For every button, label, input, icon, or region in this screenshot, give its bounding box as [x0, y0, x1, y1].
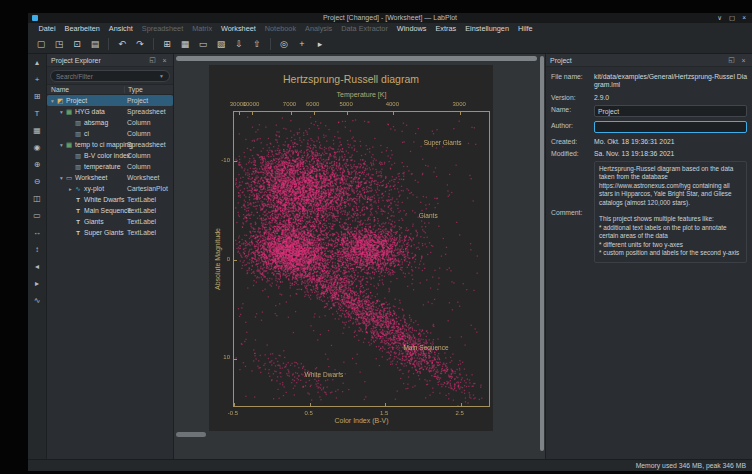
plot-annotation-super-giants: Super Giants: [424, 138, 462, 145]
plot-area[interactable]: Super GiantsGiantsMain SequenceWhite Dwa…: [233, 111, 490, 407]
collapse-arrow-icon[interactable]: ▾: [58, 142, 65, 148]
tree-row-absmag[interactable]: ▥absmagColumn: [47, 117, 173, 128]
new-spreadsheet-button[interactable]: ⊞: [159, 37, 175, 52]
y-tick-label: -10: [209, 157, 230, 163]
worksheet-sheet[interactable]: Hertzsprung-Russell diagram Temperature …: [209, 65, 493, 431]
close-dock-button[interactable]: ×: [739, 56, 748, 65]
menu-data-extractor[interactable]: Data Extractor: [337, 23, 393, 35]
author-input[interactable]: [594, 121, 747, 133]
expand-arrow-icon[interactable]: ▸: [67, 186, 74, 192]
axis-tick: [291, 112, 292, 115]
project-icon: ◩: [56, 97, 64, 105]
project-properties-header[interactable]: Project ◱×: [546, 54, 752, 67]
collapse-arrow-icon[interactable]: ▾: [49, 98, 56, 104]
project-explorer-header[interactable]: Project Explorer ◱×: [47, 54, 173, 67]
project-properties-body: File name:kit/data/examples/General/Hert…: [546, 67, 752, 272]
minimize-button[interactable]: ∨: [717, 13, 722, 23]
axis-tick: [460, 112, 461, 115]
menu-datei[interactable]: Datei: [34, 23, 60, 35]
cursor-tool-button[interactable]: +: [30, 73, 45, 86]
tree-item-type: Worksheet: [127, 174, 159, 181]
presenter-mode-button[interactable]: ▸: [312, 37, 328, 52]
search-filter-wrap: Search/Filter ▼: [47, 67, 173, 84]
close-button[interactable]: ×: [742, 13, 746, 23]
tree-row-b-v-color-index[interactable]: ▥B-V color indexColumn: [47, 150, 173, 161]
menu-notebook[interactable]: Notebook: [260, 23, 300, 35]
tree-row-main-sequence[interactable]: TMain SequenceTextLabel: [47, 205, 173, 216]
menu-analysis[interactable]: Analysis: [301, 23, 337, 35]
comment-text[interactable]: Hertzsprung-Russel diagram based on the …: [594, 161, 747, 263]
scroll-up-button[interactable]: ▴: [30, 56, 45, 69]
collapse-arrow-icon[interactable]: ▾: [58, 175, 65, 181]
tree-row-super-giants[interactable]: TSuper GiantsTextLabel: [47, 227, 173, 238]
vertical-scrollbar[interactable]: [540, 56, 544, 451]
horizontal-scrollbar-thumb[interactable]: [176, 432, 206, 437]
horizontal-scrollbar-top[interactable]: [176, 56, 537, 61]
add-text-label-button[interactable]: T: [30, 107, 45, 120]
filter-icon[interactable]: ▼: [159, 73, 164, 79]
tree-row-giants[interactable]: TGiantsTextLabel: [47, 216, 173, 227]
pan-horizontal-button[interactable]: ↔: [30, 226, 45, 239]
tree-item-type: TextLabel: [127, 218, 156, 225]
status-bar: Memory used 346 MB, peak 346 MB: [28, 459, 752, 471]
menu-ansicht[interactable]: Ansicht: [104, 23, 137, 35]
select-region-button[interactable]: ▭: [30, 209, 45, 222]
collapse-arrow-icon[interactable]: ▾: [58, 109, 65, 115]
zoom-in-button[interactable]: ⊕: [30, 158, 45, 171]
pan-vertical-button[interactable]: ↕: [30, 243, 45, 256]
axis-tick: [252, 112, 253, 115]
zoom-fit-button[interactable]: ◫: [30, 192, 45, 205]
tree-row-hyg-data[interactable]: ▾▦HYG dataSpreadsheet: [47, 106, 173, 117]
maximize-button[interactable]: ▢: [729, 13, 735, 23]
name-input[interactable]: Project: [594, 105, 747, 117]
add-image-button[interactable]: ▦: [30, 124, 45, 137]
column-icon: ▥: [74, 163, 82, 171]
tree-item-name: Worksheet: [75, 174, 107, 181]
column-header-type[interactable]: Type: [124, 86, 143, 93]
menu-windows[interactable]: Windows: [392, 23, 431, 35]
tree-row-xy-plot[interactable]: ▸∿xy-plotCartesianPlot: [47, 183, 173, 194]
menu-einstellungen[interactable]: Einstellungen: [461, 23, 514, 35]
tree-row-white-dwarfs[interactable]: TWhite DwarfsTextLabel: [47, 194, 173, 205]
tree-row-ci[interactable]: ▥ciColumn: [47, 128, 173, 139]
add-plot-button[interactable]: ⊞: [30, 90, 45, 103]
tree-row-project[interactable]: ▾◩ProjectProject: [47, 95, 173, 106]
select-mode-button[interactable]: +: [294, 37, 310, 52]
new-worksheet-button[interactable]: ▭: [195, 37, 211, 52]
title-bar[interactable]: Project [Changed] - [Worksheet] — LabPlo…: [28, 13, 752, 23]
menu-extras[interactable]: Extras: [431, 23, 461, 35]
column-header-name[interactable]: Name: [51, 86, 69, 93]
undo-button[interactable]: ↶: [114, 37, 130, 52]
new-project-button[interactable]: ▢: [33, 37, 49, 52]
close-dock-button[interactable]: ×: [160, 56, 169, 65]
float-dock-button[interactable]: ◱: [727, 56, 736, 65]
menu-spreadsheet[interactable]: Spreadsheet: [137, 23, 187, 35]
search-filter-input[interactable]: Search/Filter ▼: [50, 70, 170, 82]
add-info-element-button[interactable]: ◉: [30, 141, 45, 154]
tree-column-header[interactable]: Name Type: [47, 84, 173, 95]
menu-matrix[interactable]: Matrix: [188, 23, 217, 35]
field-name: Name:Project: [551, 105, 747, 117]
curve-tool-button[interactable]: ∿: [30, 294, 45, 307]
plot-title: Hertzsprung-Russell diagram: [209, 73, 493, 85]
tree-row-worksheet[interactable]: ▾▭WorksheetWorksheet: [47, 172, 173, 183]
shift-right-button[interactable]: ▸: [30, 277, 45, 290]
save-project-button[interactable]: ⊡: [69, 37, 85, 52]
export-button[interactable]: ⇧: [249, 37, 265, 52]
float-dock-button[interactable]: ◱: [148, 56, 157, 65]
open-project-button[interactable]: ◳: [51, 37, 67, 52]
menu-bearbeiten[interactable]: Bearbeiten: [60, 23, 104, 35]
tree-row-temperature[interactable]: ▥temperatureColumn: [47, 161, 173, 172]
shift-left-button[interactable]: ◂: [30, 260, 45, 273]
new-notebook-button[interactable]: ▧: [213, 37, 229, 52]
menu-worksheet[interactable]: Worksheet: [217, 23, 261, 35]
tree-item-type: Column: [127, 152, 150, 159]
zoom-out-button[interactable]: ⊖: [30, 175, 45, 188]
zoom-mode-button[interactable]: ◎: [276, 37, 292, 52]
new-matrix-button[interactable]: ▦: [177, 37, 193, 52]
redo-button[interactable]: ↷: [132, 37, 148, 52]
menu-hilfe[interactable]: Hilfe: [513, 23, 537, 35]
tree-row-temp-to-ci-mapping[interactable]: ▾▦temp to ci mappingSpreadsheet: [47, 139, 173, 150]
print-button[interactable]: ▤: [87, 37, 103, 52]
import-data-button[interactable]: ⇩: [231, 37, 247, 52]
